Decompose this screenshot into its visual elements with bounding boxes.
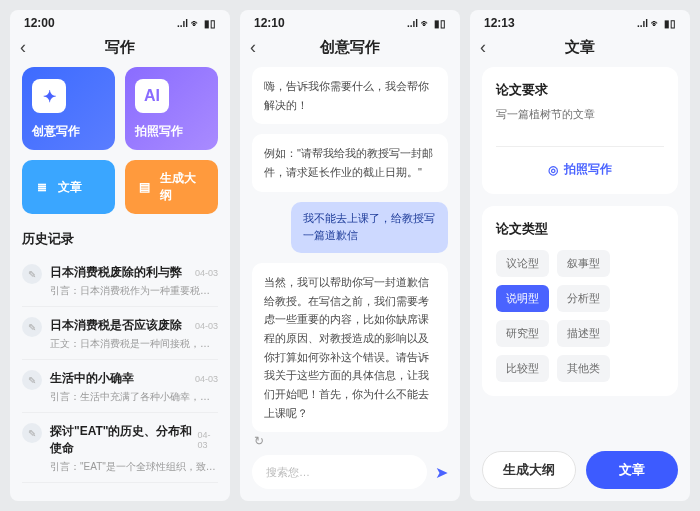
history-item[interactable]: ✎探讨"EAT"的历史、分布和使命04-03引言："EAT"是一个全球性组织，致… bbox=[22, 415, 218, 483]
history-title: 日本消费税是否应该废除 bbox=[50, 317, 182, 334]
card-label: 生成大纲 bbox=[160, 170, 206, 204]
battery-icon: ▮▯ bbox=[434, 18, 446, 29]
type-chip[interactable]: 叙事型 bbox=[557, 250, 610, 277]
status-bar: 12:10 ..ıl ᯤ ▮▯ bbox=[240, 10, 460, 32]
header: ‹ 创意写作 bbox=[240, 32, 460, 67]
requirements-card: 论文要求 写一篇植树节的文章 ◎ 拍照写作 bbox=[482, 67, 678, 194]
history-item[interactable]: ✎日本消费税是否应该废除04-03正文：日本消费税是一种间接税，对商品和 bbox=[22, 309, 218, 360]
history-icon: ✎ bbox=[22, 370, 42, 390]
header: ‹ 写作 bbox=[10, 32, 230, 67]
refresh-icon[interactable]: ↻ bbox=[252, 432, 448, 447]
wifi-icon: ᯤ bbox=[651, 18, 661, 29]
status-time: 12:10 bbox=[254, 16, 285, 30]
type-chip[interactable]: 描述型 bbox=[557, 320, 610, 347]
screen-article-config: 12:13 ..ıl ᯤ ▮▯ ‹ 文章 论文要求 写一篇植树节的文章 ◎ 拍照… bbox=[470, 10, 690, 501]
generate-article-button[interactable]: 文章 bbox=[586, 451, 678, 489]
history-title: 生活中的小确幸 bbox=[50, 370, 134, 387]
status-time: 12:00 bbox=[24, 16, 55, 30]
back-icon[interactable]: ‹ bbox=[480, 37, 486, 58]
history-title: 日本消费税废除的利与弊 bbox=[50, 264, 182, 281]
camera-icon: AI bbox=[135, 79, 169, 113]
history-date: 04-03 bbox=[195, 268, 218, 278]
status-bar: 12:00 ..ıl ᯤ ▮▯ bbox=[10, 10, 230, 32]
history-item[interactable]: ✎生活中的小确幸04-03引言：生活中充满了各种小确幸，让我们感 bbox=[22, 362, 218, 413]
history-list: ✎日本消费税废除的利与弊04-03引言：日本消费税作为一种重要税收方式，✎日本消… bbox=[22, 256, 218, 483]
bot-message-greeting: 嗨，告诉我你需要什么，我会帮你解决的！ bbox=[252, 67, 448, 124]
history-heading: 历史记录 bbox=[22, 230, 218, 248]
status-icons: ..ıl ᯤ ▮▯ bbox=[637, 18, 676, 29]
photo-write-label: 拍照写作 bbox=[564, 161, 612, 178]
card-outline[interactable]: ▤ 生成大纲 bbox=[125, 160, 218, 214]
chat-input[interactable]: 搜索您… bbox=[252, 455, 427, 489]
page-title: 文章 bbox=[565, 38, 595, 57]
types-heading: 论文类型 bbox=[496, 220, 664, 238]
history-subtitle: 引言：生活中充满了各种小确幸，让我们感 bbox=[50, 390, 218, 404]
type-chip[interactable]: 说明型 bbox=[496, 285, 549, 312]
history-date: 04-03 bbox=[195, 374, 218, 384]
history-date: 04-03 bbox=[195, 321, 218, 331]
battery-icon: ▮▯ bbox=[664, 18, 676, 29]
types-card: 论文类型 议论型叙事型说明型分析型研究型描述型比较型其他类 bbox=[482, 206, 678, 396]
send-icon[interactable]: ➤ bbox=[435, 463, 448, 482]
history-title: 探讨"EAT"的历史、分布和使命 bbox=[50, 423, 198, 457]
history-icon: ✎ bbox=[22, 264, 42, 284]
type-chip[interactable]: 研究型 bbox=[496, 320, 549, 347]
requirements-text[interactable]: 写一篇植树节的文章 bbox=[496, 107, 664, 122]
card-photo-writing[interactable]: AI 拍照写作 bbox=[125, 67, 218, 150]
signal-icon: ..ıl bbox=[407, 18, 418, 29]
bot-message-reply: 当然，我可以帮助你写一封道歉信给教授。在写信之前，我们需要考虑一些重要的内容，比… bbox=[252, 263, 448, 433]
divider bbox=[496, 146, 664, 147]
signal-icon: ..ıl bbox=[637, 18, 648, 29]
type-chip[interactable]: 议论型 bbox=[496, 250, 549, 277]
card-label: 拍照写作 bbox=[135, 123, 208, 140]
wifi-icon: ᯤ bbox=[421, 18, 431, 29]
generate-outline-button[interactable]: 生成大纲 bbox=[482, 451, 576, 489]
history-subtitle: 正文：日本消费税是一种间接税，对商品和 bbox=[50, 337, 218, 351]
page-title: 写作 bbox=[105, 38, 135, 57]
type-chip[interactable]: 其他类 bbox=[557, 355, 610, 382]
user-message: 我不能去上课了，给教授写一篇道歉信 bbox=[291, 202, 448, 253]
type-chip[interactable]: 比较型 bbox=[496, 355, 549, 382]
requirements-heading: 论文要求 bbox=[496, 81, 664, 99]
photo-write-button[interactable]: ◎ 拍照写作 bbox=[496, 157, 664, 182]
screen-creative-chat: 12:10 ..ıl ᯤ ▮▯ ‹ 创意写作 嗨，告诉我你需要什么，我会帮你解决… bbox=[240, 10, 460, 501]
bot-message-example: 例如："请帮我给我的教授写一封邮件，请求延长作业的截止日期。" bbox=[252, 134, 448, 191]
chat-input-row: 搜索您… ➤ bbox=[240, 447, 460, 501]
pen-icon: ✦ bbox=[32, 79, 66, 113]
list-icon: ▤ bbox=[137, 179, 152, 195]
card-creative-writing[interactable]: ✦ 创意写作 bbox=[22, 67, 115, 150]
status-time: 12:13 bbox=[484, 16, 515, 30]
card-label: 创意写作 bbox=[32, 123, 105, 140]
history-subtitle: 引言："EAT"是一个全球性组织，致力于推 bbox=[50, 460, 218, 474]
history-date: 04-03 bbox=[198, 430, 218, 450]
status-bar: 12:13 ..ıl ᯤ ▮▯ bbox=[470, 10, 690, 32]
wifi-icon: ᯤ bbox=[191, 18, 201, 29]
screen-writing-home: 12:00 ..ıl ᯤ ▮▯ ‹ 写作 ✦ 创意写作 AI 拍照写作 ≣ 文章 bbox=[10, 10, 230, 501]
back-icon[interactable]: ‹ bbox=[20, 37, 26, 58]
card-article[interactable]: ≣ 文章 bbox=[22, 160, 115, 214]
doc-icon: ≣ bbox=[34, 179, 50, 195]
battery-icon: ▮▯ bbox=[204, 18, 216, 29]
page-title: 创意写作 bbox=[320, 38, 380, 57]
history-icon: ✎ bbox=[22, 423, 42, 443]
card-label: 文章 bbox=[58, 179, 82, 196]
history-subtitle: 引言：日本消费税作为一种重要税收方式， bbox=[50, 284, 218, 298]
camera-icon: ◎ bbox=[548, 163, 558, 177]
signal-icon: ..ıl bbox=[177, 18, 188, 29]
header: ‹ 文章 bbox=[470, 32, 690, 67]
type-chip[interactable]: 分析型 bbox=[557, 285, 610, 312]
history-icon: ✎ bbox=[22, 317, 42, 337]
back-icon[interactable]: ‹ bbox=[250, 37, 256, 58]
type-chip-list: 议论型叙事型说明型分析型研究型描述型比较型其他类 bbox=[496, 250, 664, 382]
history-item[interactable]: ✎日本消费税废除的利与弊04-03引言：日本消费税作为一种重要税收方式， bbox=[22, 256, 218, 307]
status-icons: ..ıl ᯤ ▮▯ bbox=[407, 18, 446, 29]
status-icons: ..ıl ᯤ ▮▯ bbox=[177, 18, 216, 29]
